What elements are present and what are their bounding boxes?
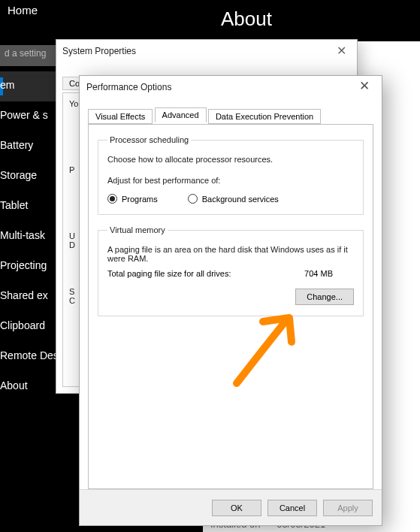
sidebar-item-label: About: [0, 379, 28, 391]
performance-options-dialog: Performance Options ✕ Visual Effects Adv…: [79, 75, 382, 526]
sidebar-item-label: Battery: [0, 139, 33, 151]
sidebar-item-label: em: [0, 79, 14, 91]
sidebar-home-label: Home: [8, 4, 38, 17]
ok-button[interactable]: OK: [212, 500, 261, 516]
virtual-memory-group: Virtual memory A paging file is an area …: [98, 225, 364, 316]
cancel-button[interactable]: Cancel: [267, 500, 317, 516]
sidebar-item-label: Shared ex: [0, 289, 48, 301]
performance-options-title: Performance Options: [86, 82, 171, 92]
close-icon[interactable]: ✕: [352, 78, 377, 96]
paging-total-value: 704 MB: [304, 269, 333, 278]
sidebar-item-label: Tablet: [0, 199, 28, 211]
change-button[interactable]: Change...: [295, 289, 354, 305]
sidebar-item-label: Clipboard: [0, 319, 45, 331]
settings-page-header: About: [203, 0, 420, 41]
adjust-for-label: Adjust for best performance of:: [107, 176, 354, 185]
close-icon[interactable]: ✕: [330, 43, 352, 61]
radio-icon: [188, 194, 198, 204]
sidebar-item-label: Storage: [0, 169, 37, 181]
processor-scheduling-desc: Choose how to allocate processor resourc…: [107, 155, 354, 164]
sidebar-item-label: Multi-task: [0, 229, 45, 241]
tab-dep[interactable]: Data Execution Prevention: [208, 109, 321, 124]
apply-button[interactable]: Apply: [323, 500, 373, 516]
sidebar-home[interactable]: Home: [0, 0, 180, 33]
virtual-memory-desc: A paging file is an area on the hard dis…: [107, 245, 354, 263]
sidebar-item-label: Projecting: [0, 259, 47, 271]
radio-programs-label: Programs: [122, 195, 158, 204]
system-properties-title: System Properties: [62, 46, 136, 56]
dialog-button-row: OK Cancel Apply: [80, 489, 382, 525]
paging-total-label: Total paging file size for all drives:: [107, 269, 231, 278]
processor-scheduling-legend: Processor scheduling: [107, 135, 191, 144]
tab-advanced[interactable]: Advanced: [155, 107, 207, 122]
radio-icon: [107, 194, 117, 204]
radio-background-services[interactable]: Background services: [188, 194, 279, 204]
processor-scheduling-group: Processor scheduling Choose how to alloc…: [98, 135, 364, 215]
page-title: About: [221, 8, 272, 31]
radio-programs[interactable]: Programs: [107, 194, 158, 204]
tab-visual-effects[interactable]: Visual Effects: [88, 109, 153, 124]
radio-background-label: Background services: [202, 195, 279, 204]
virtual-memory-legend: Virtual memory: [107, 225, 168, 234]
performance-options-body: Processor scheduling Choose how to alloc…: [88, 124, 373, 489]
sidebar-item-label: Power & s: [0, 109, 48, 121]
